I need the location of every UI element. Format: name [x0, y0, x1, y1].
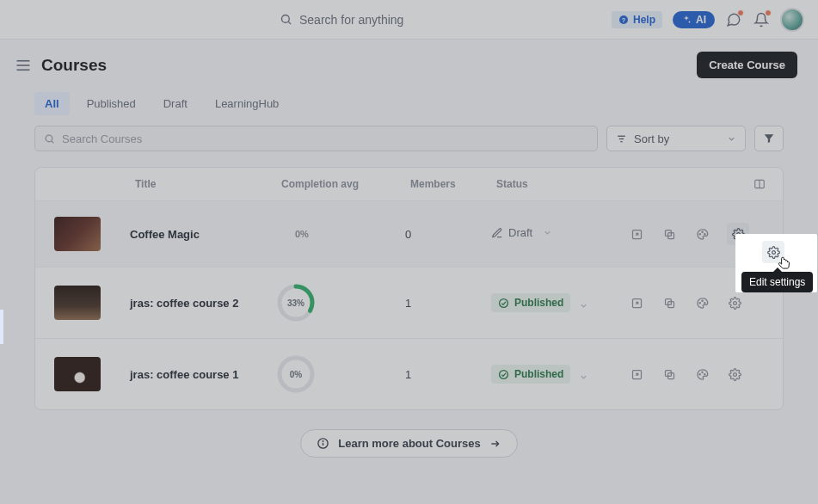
course-title: jras: coffee course 1 [130, 368, 276, 381]
sparkle-icon [681, 15, 692, 25]
members-count: 1 [405, 297, 491, 310]
col-completion: Completion avg [276, 178, 405, 190]
palette-icon [696, 368, 709, 381]
open-icon [630, 228, 643, 241]
filter-icon [763, 132, 775, 144]
design-button[interactable] [694, 295, 710, 310]
messages-button[interactable] [725, 11, 742, 28]
settings-button[interactable] [727, 295, 742, 310]
svg-point-7 [46, 135, 52, 142]
svg-point-32 [500, 370, 508, 378]
create-course-button[interactable]: Create Course [697, 52, 797, 78]
global-search-placeholder: Search for anything [299, 13, 403, 27]
tooltip-edit-settings: Edit settings [741, 272, 813, 292]
tab-draft[interactable]: Draft [153, 92, 198, 115]
svg-point-30 [733, 301, 736, 304]
col-members: Members [405, 178, 491, 190]
page-header: Courses Create Course [0, 40, 818, 85]
duplicate-button[interactable] [661, 295, 677, 310]
global-search[interactable]: Search for anything [280, 13, 403, 27]
tab-all[interactable]: All [34, 92, 70, 115]
design-button[interactable] [694, 366, 710, 382]
svg-point-29 [704, 302, 704, 303]
tabs: All Published Draft LearningHub [0, 85, 818, 115]
help-button[interactable]: ? Help [612, 11, 662, 28]
open-button[interactable] [629, 295, 644, 310]
svg-point-39 [733, 372, 736, 376]
svg-point-27 [699, 302, 700, 303]
table-row[interactable]: jras: coffee course 2 33% 1 Published [35, 267, 783, 338]
copy-icon [663, 228, 676, 241]
open-icon [630, 297, 643, 310]
search-icon [280, 13, 292, 26]
course-thumbnail [54, 357, 101, 391]
avatar[interactable] [780, 8, 804, 32]
svg-point-38 [704, 373, 704, 374]
svg-line-8 [52, 140, 53, 142]
svg-point-17 [699, 233, 700, 234]
hamburger-icon [15, 59, 31, 71]
learn-more-wrap: Learn more about Courses [0, 410, 818, 471]
check-circle-icon [498, 369, 509, 380]
layout-toggle[interactable] [748, 178, 783, 190]
course-title: Coffee Magic [130, 228, 276, 241]
chevron-down-icon [579, 301, 588, 310]
duplicate-button[interactable] [661, 226, 677, 242]
unread-dot [737, 9, 744, 16]
copy-icon [663, 297, 676, 310]
cursor-pointer-icon [777, 255, 792, 272]
table-row[interactable]: jras: coffee course 1 0% 1 Published [35, 338, 783, 409]
svg-point-37 [701, 372, 702, 372]
course-thumbnail [54, 217, 101, 251]
status-badge[interactable]: Draft [491, 226, 552, 239]
settings-button[interactable] [727, 366, 742, 382]
chevron-down-icon [579, 372, 588, 382]
svg-point-19 [704, 233, 704, 234]
svg-point-18 [701, 231, 702, 232]
learn-more-button[interactable]: Learn more about Courses [300, 429, 517, 458]
tab-learninghub[interactable]: LearningHub [205, 92, 289, 115]
sort-label: Sort by [634, 132, 669, 145]
gear-icon [729, 368, 741, 381]
chevron-down-icon [543, 228, 552, 237]
col-status: Status [491, 178, 629, 190]
palette-icon [696, 297, 709, 310]
columns-icon [753, 178, 766, 190]
filter-button[interactable] [754, 126, 784, 151]
members-count: 0 [405, 228, 491, 241]
courses-table: Title Completion avg Members Status Coff… [34, 167, 784, 410]
status-badge[interactable]: Published [491, 365, 570, 384]
svg-point-36 [699, 373, 700, 374]
notifications-button[interactable] [753, 11, 770, 28]
svg-point-0 [282, 15, 290, 23]
menu-toggle[interactable] [15, 59, 31, 71]
search-icon [44, 133, 55, 144]
open-button[interactable] [629, 226, 644, 242]
open-button[interactable] [629, 366, 644, 382]
status-badge[interactable]: Published [491, 293, 570, 312]
check-circle-icon [498, 298, 509, 309]
ai-button[interactable]: AI [673, 11, 715, 28]
unread-dot [765, 9, 772, 16]
svg-point-23 [500, 298, 508, 307]
search-input[interactable]: Search Courses [34, 126, 598, 151]
left-accent [0, 310, 3, 344]
sort-dropdown[interactable]: Sort by [606, 126, 746, 151]
info-icon [317, 437, 329, 450]
completion-donut: 33% [276, 283, 316, 323]
design-button[interactable] [694, 226, 710, 242]
completion-value: 0% [276, 229, 309, 239]
gear-icon [729, 297, 741, 310]
open-icon [630, 368, 643, 381]
palette-icon [696, 228, 709, 241]
svg-point-42 [323, 441, 323, 442]
svg-point-44 [772, 250, 775, 254]
completion-donut: 0% [276, 354, 316, 394]
tab-published[interactable]: Published [77, 92, 146, 115]
svg-point-28 [701, 300, 702, 301]
duplicate-button[interactable] [661, 366, 677, 382]
course-title: jras: coffee course 2 [130, 297, 276, 310]
copy-icon [663, 368, 676, 381]
arrow-right-icon [489, 438, 501, 450]
table-row[interactable]: Coffee Magic 0% 0 Draft [35, 200, 783, 267]
